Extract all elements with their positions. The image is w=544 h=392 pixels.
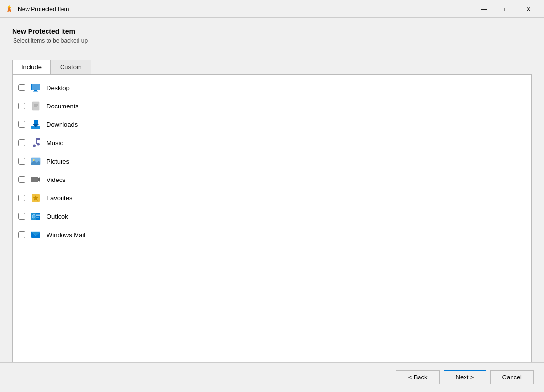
outlook-label: Outlook	[47, 213, 68, 220]
minimize-button[interactable]: —	[473, 1, 495, 17]
svg-rect-19	[36, 138, 40, 140]
music-icon	[30, 137, 42, 149]
close-button[interactable]: ✕	[517, 1, 540, 17]
cancel-button[interactable]: Cancel	[490, 370, 534, 384]
svg-marker-27	[38, 177, 40, 182]
svg-rect-26	[31, 177, 38, 182]
content-area: New Protected Item Select items to be ba…	[0, 18, 544, 362]
svg-rect-4	[34, 90, 37, 91]
svg-rect-5	[33, 91, 38, 92]
tab-include[interactable]: Include	[12, 60, 51, 74]
pictures-icon	[30, 155, 42, 167]
list-item-desktop[interactable]: Desktop	[13, 78, 531, 97]
application-window: New Protected Item — □ ✕ New Protected I…	[0, 0, 544, 392]
page-subtitle: Select items to be backed up	[12, 37, 532, 44]
list-item-documents[interactable]: Documents	[13, 97, 531, 115]
footer-area: < Back Next > Cancel	[0, 362, 544, 392]
list-item-pictures[interactable]: Pictures	[13, 152, 531, 170]
checkbox-pictures[interactable]	[18, 158, 25, 165]
title-bar: New Protected Item — □ ✕	[0, 0, 544, 18]
videos-icon	[30, 174, 42, 185]
checkbox-outlook[interactable]	[18, 213, 25, 220]
favorites-label: Favorites	[47, 195, 72, 202]
checkbox-documents[interactable]	[18, 103, 25, 109]
back-button[interactable]: < Back	[396, 370, 439, 384]
checkbox-desktop[interactable]	[18, 84, 25, 91]
checkbox-music[interactable]	[18, 139, 25, 146]
windowsmail-label: Windows Mail	[47, 231, 85, 239]
next-button[interactable]: Next >	[444, 370, 486, 384]
desktop-label: Desktop	[47, 84, 70, 91]
svg-rect-3	[32, 84, 40, 90]
svg-rect-7	[32, 102, 39, 110]
windowsmail-icon	[30, 229, 42, 241]
pictures-label: Pictures	[47, 158, 69, 165]
list-item-favorites[interactable]: Favorites	[13, 189, 531, 207]
list-item-downloads[interactable]: Downloads	[13, 115, 531, 134]
checkbox-videos[interactable]	[18, 176, 25, 183]
list-item-windowsmail[interactable]: Windows Mail	[13, 226, 531, 244]
videos-label: Videos	[47, 176, 66, 183]
title-bar-text: New Protected Item	[18, 6, 473, 13]
desktop-icon	[30, 82, 42, 93]
list-item-music[interactable]: Music	[13, 134, 531, 152]
title-bar-controls: — □ ✕	[473, 1, 540, 17]
checkbox-windowsmail[interactable]	[18, 231, 25, 238]
svg-rect-35	[36, 217, 39, 218]
tabs-container: Include Custom	[12, 60, 532, 74]
list-item-videos[interactable]: Videos	[13, 170, 531, 189]
documents-label: Documents	[47, 103, 78, 110]
outlook-icon	[30, 211, 42, 222]
checkbox-downloads[interactable]	[18, 121, 25, 128]
downloads-icon	[30, 119, 42, 130]
music-label: Music	[47, 139, 63, 147]
items-list: Desktop Documents Downloads	[12, 74, 532, 362]
list-item-outlook[interactable]: Outlook	[13, 207, 531, 226]
svg-rect-33	[36, 214, 40, 215]
documents-icon	[30, 100, 42, 112]
svg-rect-34	[36, 215, 40, 216]
svg-point-32	[32, 214, 35, 218]
app-icon	[4, 4, 14, 14]
svg-point-17	[37, 143, 40, 146]
page-title: New Protected Item	[12, 28, 532, 35]
downloads-label: Downloads	[47, 121, 78, 128]
favorites-icon	[30, 192, 42, 204]
maximize-button[interactable]: □	[495, 1, 517, 17]
tab-custom[interactable]: Custom	[51, 60, 91, 74]
checkbox-favorites[interactable]	[18, 195, 25, 201]
header-divider	[12, 52, 532, 52]
svg-point-16	[33, 145, 36, 147]
